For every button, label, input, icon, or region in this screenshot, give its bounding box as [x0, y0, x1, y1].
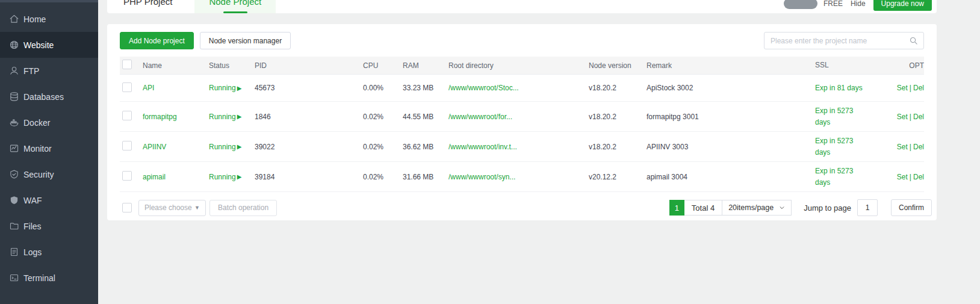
node-version-value: v20.12.2 [589, 173, 647, 181]
col-header-name: Name [143, 61, 209, 70]
table-row: apimail Running▶ 39184 0.02% 31.66 MB /w… [120, 162, 924, 192]
set-link[interactable]: Set [897, 84, 908, 92]
sidebar-item-label: Files [23, 222, 42, 231]
ssl-status[interactable]: Exp in 5273 days [815, 107, 853, 126]
select-all-checkbox[interactable] [122, 60, 132, 69]
root-directory-link[interactable]: /www/wwwroot/Stoc... [448, 84, 519, 92]
row-checkbox[interactable] [122, 141, 132, 150]
confirm-button[interactable]: Confirm [891, 199, 932, 216]
sidebar-item-security[interactable]: Security [0, 161, 98, 187]
ram-value: 44.55 MB [403, 113, 448, 121]
ssl-status[interactable]: Exp in 81 days [815, 84, 863, 92]
del-link[interactable]: Del [913, 113, 924, 121]
plan-badge [784, 0, 817, 9]
node-version-manager-button[interactable]: Node version manager [200, 32, 291, 49]
sidebar-item-label: Docker [23, 118, 50, 128]
add-node-project-button[interactable]: Add Node project [120, 32, 194, 49]
col-header-ram: RAM [403, 61, 448, 70]
row-checkbox[interactable] [122, 111, 132, 120]
cpu-value: 0.02% [363, 173, 403, 181]
pid-value: 39184 [255, 173, 363, 181]
active-tab-underline [223, 11, 247, 13]
sidebar-item-home[interactable]: Home [0, 6, 98, 32]
ssl-status[interactable]: Exp in 5273 days [815, 137, 853, 157]
status-toggle[interactable]: Running▶ [209, 143, 251, 151]
ram-value: 33.23 MB [403, 84, 448, 92]
col-header-opt: OPT [869, 61, 924, 70]
footer-select-all-checkbox[interactable] [122, 203, 132, 212]
status-label: Running [209, 113, 236, 121]
sidebar-item-docker[interactable]: Docker [0, 110, 98, 135]
set-link[interactable]: Set [897, 113, 908, 121]
sidebar-item-label: Logs [23, 247, 42, 257]
sidebar-item-label: Databases [23, 92, 64, 102]
cpu-value: 0.02% [363, 113, 403, 121]
page-number-button[interactable]: 1 [669, 200, 684, 216]
status-label: Running [209, 84, 236, 92]
sidebar-item-label: WAF [23, 196, 42, 205]
project-name-link[interactable]: API [143, 84, 154, 92]
project-name-link[interactable]: formapitpg [143, 113, 177, 121]
col-header-ssl: SSL [815, 60, 869, 71]
project-name-link[interactable]: APIINV [143, 143, 166, 151]
database-icon [9, 92, 19, 102]
page-size-select[interactable]: 20items/page [722, 200, 792, 216]
home-icon [9, 14, 19, 24]
status-label: Running [209, 143, 236, 151]
ftp-icon [9, 66, 19, 76]
del-link[interactable]: Del [913, 143, 924, 151]
tab-php-project[interactable]: PHP Project [116, 0, 180, 13]
sidebar-item-ftp[interactable]: FTP [0, 58, 98, 84]
sidebar-item-logs[interactable]: Logs [0, 239, 98, 265]
status-toggle[interactable]: Running▶ [209, 84, 251, 92]
sidebar-item-waf[interactable]: WAF [0, 187, 98, 213]
upgrade-now-button[interactable]: Upgrade now [873, 0, 932, 11]
sidebar-item-files[interactable]: Files [0, 213, 98, 239]
root-directory-link[interactable]: /www/wwwroot/inv.t... [448, 143, 517, 151]
batch-operation-button[interactable]: Batch operation [209, 200, 277, 216]
shield-icon [9, 195, 19, 205]
chevron-down-icon [779, 205, 785, 211]
monitor-icon [9, 143, 19, 154]
opt-divider: | [910, 113, 911, 121]
col-header-root-directory: Root directory [448, 61, 589, 70]
status-toggle[interactable]: Running▶ [209, 113, 251, 121]
pid-value: 45673 [255, 84, 363, 92]
docker-icon [9, 117, 19, 128]
row-checkbox[interactable] [122, 82, 132, 92]
hide-link[interactable]: Hide [851, 0, 866, 8]
search-icon[interactable] [909, 36, 918, 45]
ssl-status[interactable]: Exp in 5273 days [815, 167, 853, 187]
project-name-link[interactable]: apimail [143, 173, 166, 181]
pagination: 1 Total 4 20items/page Jump to page Conf… [669, 199, 932, 216]
set-link[interactable]: Set [897, 173, 908, 181]
root-directory-link[interactable]: /www/wwwroot/syn... [448, 173, 515, 181]
sidebar-item-label: Home [23, 14, 46, 24]
set-link[interactable]: Set [897, 143, 908, 151]
remark-value: APIINV 3003 [647, 143, 815, 151]
del-link[interactable]: Del [913, 173, 924, 181]
search-input[interactable] [764, 37, 909, 45]
sidebar: Home Website FTP Databases Docker Monito… [0, 0, 98, 304]
batch-action-select[interactable]: Please choose ▼ [138, 200, 206, 216]
status-toggle[interactable]: Running▶ [209, 173, 251, 181]
pid-value: 1846 [255, 113, 363, 121]
col-header-remark: Remark [647, 61, 815, 70]
sidebar-item-website[interactable]: Website [0, 32, 98, 58]
sidebar-item-monitor[interactable]: Monitor [0, 135, 98, 161]
col-header-pid: PID [255, 61, 363, 70]
jump-page-input[interactable] [857, 199, 878, 216]
play-icon: ▶ [237, 85, 242, 92]
sidebar-item-databases[interactable]: Databases [0, 84, 98, 110]
row-checkbox[interactable] [122, 171, 132, 181]
project-tabs-bar: PHP Project Node Project FREE Hide Upgra… [107, 0, 937, 13]
folder-icon [9, 221, 19, 231]
del-link[interactable]: Del [913, 84, 924, 92]
node-version-value: v18.20.2 [589, 113, 647, 121]
tab-node-project[interactable]: Node Project [194, 0, 276, 13]
sidebar-item-terminal[interactable]: Terminal [0, 265, 98, 291]
caret-down-icon: ▼ [194, 205, 200, 211]
root-directory-link[interactable]: /www/wwwroot/for... [448, 113, 512, 121]
cpu-value: 0.00% [363, 84, 403, 92]
play-icon: ▶ [237, 113, 242, 120]
